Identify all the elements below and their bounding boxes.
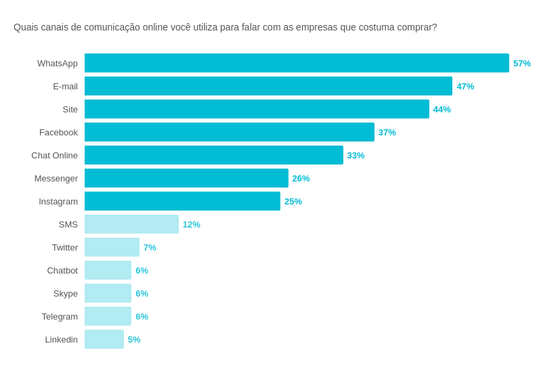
bar-fill bbox=[85, 123, 374, 141]
bar-track: 5% bbox=[85, 330, 531, 349]
bar-fill bbox=[85, 169, 288, 188]
bar-track: 6% bbox=[85, 284, 531, 303]
bar-label: Twitter bbox=[14, 242, 85, 253]
bar-track: 6% bbox=[85, 261, 531, 280]
bar-fill bbox=[85, 77, 452, 95]
bar-fill bbox=[85, 330, 124, 349]
bar-label: Chatbot bbox=[14, 265, 85, 276]
bar-fill bbox=[85, 307, 131, 326]
bar-row: WhatsApp57% bbox=[14, 53, 531, 72]
bar-row: Chatbot6% bbox=[14, 261, 531, 280]
bar-label: E-mail bbox=[14, 81, 85, 91]
bar-label: Site bbox=[14, 104, 85, 114]
bar-value-label: 37% bbox=[379, 127, 396, 137]
bar-fill bbox=[85, 100, 429, 118]
bar-row: E-mail47% bbox=[14, 77, 531, 95]
bar-value-label: 6% bbox=[135, 288, 148, 299]
bar-value-label: 6% bbox=[135, 265, 148, 276]
bar-fill bbox=[85, 146, 343, 165]
bar-chart: WhatsApp57%E-mail47%Site44%Facebook37%Ch… bbox=[14, 53, 531, 349]
bar-label: Skype bbox=[14, 288, 85, 299]
bar-track: 44% bbox=[85, 100, 531, 118]
bar-fill bbox=[85, 284, 131, 303]
bar-value-label: 7% bbox=[144, 242, 156, 253]
bar-label: Linkedin bbox=[14, 334, 85, 345]
survey-question: Quais canais de comunicação online você … bbox=[14, 20, 474, 35]
bar-value-label: 33% bbox=[347, 150, 365, 160]
bar-value-label: 44% bbox=[433, 104, 451, 114]
bar-track: 26% bbox=[85, 169, 531, 188]
bar-row: Linkedin5% bbox=[14, 330, 531, 349]
bar-value-label: 12% bbox=[183, 219, 200, 230]
bar-value-label: 26% bbox=[293, 173, 310, 183]
bar-row: Facebook37% bbox=[14, 123, 531, 141]
bar-track: 37% bbox=[85, 123, 531, 141]
bar-fill bbox=[85, 261, 131, 280]
bar-label: WhatsApp bbox=[14, 58, 85, 68]
bar-fill bbox=[85, 192, 280, 211]
bar-track: 47% bbox=[85, 77, 531, 95]
bar-value-label: 47% bbox=[456, 81, 474, 91]
bar-row: Instagram25% bbox=[14, 192, 531, 211]
bar-track: 12% bbox=[85, 215, 531, 234]
bar-row: SMS12% bbox=[14, 215, 531, 234]
bar-label: Instagram bbox=[14, 196, 85, 206]
bar-label: Telegram bbox=[14, 311, 85, 322]
bar-fill bbox=[85, 53, 509, 72]
bar-row: Site44% bbox=[14, 100, 531, 118]
bar-label: SMS bbox=[14, 219, 85, 230]
bar-row: Telegram6% bbox=[14, 307, 531, 326]
bar-track: 6% bbox=[85, 307, 531, 326]
bar-track: 57% bbox=[85, 53, 531, 72]
bar-label: Messenger bbox=[14, 173, 85, 183]
bar-track: 25% bbox=[85, 192, 531, 211]
bar-fill bbox=[85, 238, 140, 257]
bar-row: Chat Online33% bbox=[14, 146, 531, 165]
bar-track: 33% bbox=[85, 146, 531, 165]
bar-value-label: 5% bbox=[128, 334, 141, 345]
bar-row: Twitter7% bbox=[14, 238, 531, 257]
bar-value-label: 25% bbox=[284, 196, 302, 206]
bar-value-label: 57% bbox=[513, 58, 531, 68]
bar-label: Facebook bbox=[14, 127, 85, 137]
bar-label: Chat Online bbox=[14, 150, 85, 160]
bar-value-label: 6% bbox=[135, 311, 148, 322]
bar-fill bbox=[85, 215, 179, 234]
bar-row: Messenger26% bbox=[14, 169, 531, 188]
bar-track: 7% bbox=[85, 238, 531, 257]
bar-row: Skype6% bbox=[14, 284, 531, 303]
